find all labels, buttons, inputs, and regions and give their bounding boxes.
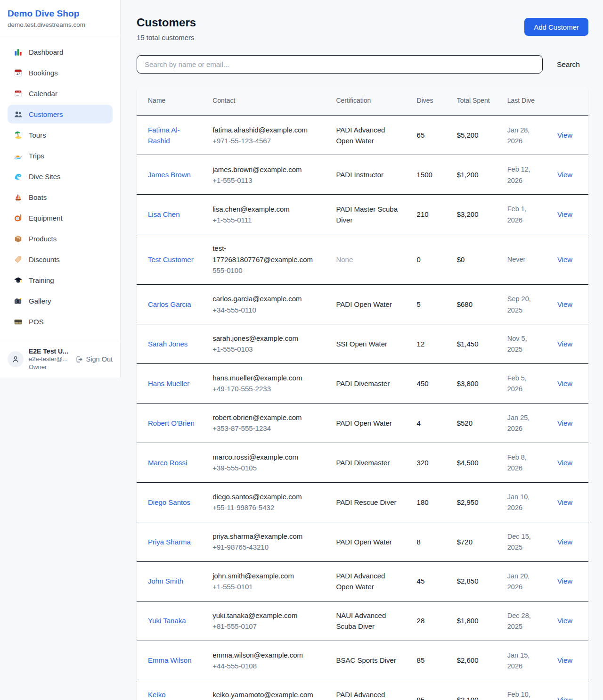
customer-name-link[interactable]: Test Customer bbox=[148, 255, 194, 264]
customer-name-link[interactable]: Carlos Garcia bbox=[148, 300, 191, 308]
customer-certification: PADI Divemaster bbox=[336, 459, 390, 467]
sidebar-item-equipment[interactable]: Equipment bbox=[8, 208, 113, 227]
view-link[interactable]: View bbox=[557, 538, 572, 546]
customer-name-link[interactable]: Keiko Yamamoto bbox=[148, 691, 181, 700]
customer-dives: 5 bbox=[417, 300, 421, 308]
table-row: Fatima Al-Rashid fatima.alrashid@example… bbox=[137, 115, 588, 155]
camera-icon bbox=[13, 296, 23, 305]
sidebar-item-dive-sites[interactable]: Dive Sites bbox=[8, 167, 113, 186]
table-row: Marco Rossi marco.rossi@example.com +39-… bbox=[137, 443, 588, 482]
table-row: Yuki Tanaka yuki.tanaka@example.com +81-… bbox=[137, 601, 588, 641]
sign-out-button[interactable]: Sign Out bbox=[75, 355, 113, 363]
add-customer-button[interactable]: Add Customer bbox=[524, 18, 588, 36]
sidebar-item-trips[interactable]: Trips bbox=[8, 146, 113, 165]
customer-certification: NAUI Advanced Scuba Diver bbox=[336, 611, 386, 630]
customer-name-link[interactable]: Emma Wilson bbox=[148, 656, 192, 664]
customer-name-link[interactable]: John Smith bbox=[148, 577, 183, 585]
customer-last-dive: Feb 5, 2026 bbox=[507, 374, 527, 393]
customer-dives: 45 bbox=[417, 577, 425, 585]
customer-total-spent: $5,200 bbox=[457, 131, 479, 139]
main-content: Customers 15 total customers Add Custome… bbox=[121, 0, 603, 700]
search-bar: Search bbox=[137, 55, 588, 74]
view-link[interactable]: View bbox=[557, 300, 572, 308]
customer-total-spent: $4,500 bbox=[457, 459, 479, 467]
customer-name-link[interactable]: Yuki Tanaka bbox=[148, 617, 186, 625]
customer-email: robert.obrien@example.com bbox=[212, 412, 321, 423]
customer-email: marco.rossi@example.com bbox=[212, 452, 321, 462]
customer-dives: 180 bbox=[417, 498, 429, 506]
customer-phone: +1-555-0103 bbox=[212, 344, 321, 354]
sidebar-item-tours[interactable]: Tours bbox=[8, 125, 113, 144]
sidebar-item-pos[interactable]: POS bbox=[8, 312, 113, 331]
column-header-contact: Contact bbox=[205, 86, 328, 115]
customer-name-link[interactable]: Sarah Jones bbox=[148, 340, 187, 348]
customer-email: keiko.yamamoto@example.com bbox=[212, 689, 321, 700]
view-link[interactable]: View bbox=[557, 577, 572, 585]
customer-dives: 95 bbox=[417, 696, 425, 700]
sidebar-item-discounts[interactable]: Discounts bbox=[8, 250, 113, 269]
sidebar-item-training[interactable]: Training bbox=[8, 271, 113, 289]
customer-total-spent: $2,100 bbox=[457, 696, 479, 700]
table-header-row: NameContactCertificationDivesTotal Spent… bbox=[137, 86, 588, 115]
customer-name-link[interactable]: Fatima Al-Rashid bbox=[148, 126, 180, 145]
table-row: Robert O'Brien robert.obrien@example.com… bbox=[137, 403, 588, 443]
view-link[interactable]: View bbox=[557, 340, 572, 348]
customer-name-link[interactable]: Lisa Chen bbox=[148, 210, 180, 218]
customer-phone: +971-55-123-4567 bbox=[212, 135, 321, 146]
sidebar-item-calendar[interactable]: Calendar bbox=[8, 84, 113, 103]
view-link[interactable]: View bbox=[557, 171, 572, 179]
wave-icon bbox=[13, 172, 23, 181]
customer-certification: PADI Rescue Diver bbox=[336, 498, 396, 506]
customer-email: lisa.chen@example.com bbox=[212, 204, 321, 214]
sidebar-item-products[interactable]: Products bbox=[8, 229, 113, 248]
customer-certification: BSAC Sports Diver bbox=[336, 656, 396, 664]
view-link[interactable]: View bbox=[557, 255, 572, 264]
customer-total-spent: $2,950 bbox=[457, 498, 479, 506]
customer-phone: +39-555-0105 bbox=[212, 462, 321, 473]
sign-out-label: Sign Out bbox=[86, 355, 113, 363]
customer-last-dive: Jan 25, 2026 bbox=[507, 414, 530, 432]
users-icon bbox=[13, 109, 23, 119]
view-link[interactable]: View bbox=[557, 696, 572, 700]
customer-last-dive: Feb 10, 2026 bbox=[507, 691, 530, 700]
customer-name-link[interactable]: Hans Mueller bbox=[148, 379, 189, 387]
customer-last-dive: Jan 20, 2026 bbox=[507, 572, 530, 591]
customer-total-spent: $3,800 bbox=[457, 379, 479, 387]
customer-certification: PADI Open Water bbox=[336, 419, 391, 427]
customer-name-link[interactable]: James Brown bbox=[148, 171, 191, 179]
customers-table-card: NameContactCertificationDivesTotal Spent… bbox=[137, 86, 588, 700]
sidebar-item-gallery[interactable]: Gallery bbox=[8, 291, 113, 310]
table-row: Lisa Chen lisa.chen@example.com +1-555-0… bbox=[137, 195, 588, 234]
sidebar-item-customers[interactable]: Customers bbox=[8, 105, 113, 124]
view-link[interactable]: View bbox=[557, 498, 572, 506]
customer-certification: PADI Open Water bbox=[336, 300, 391, 308]
view-link[interactable]: View bbox=[557, 379, 572, 387]
column-header-total-spent: Total Spent bbox=[449, 86, 500, 115]
search-input[interactable] bbox=[137, 55, 543, 74]
customer-name-link[interactable]: Robert O'Brien bbox=[148, 419, 195, 427]
view-link[interactable]: View bbox=[557, 617, 572, 625]
brand: Demo Dive Shop demo.test.divestreams.com bbox=[0, 0, 120, 36]
view-link[interactable]: View bbox=[557, 210, 572, 218]
customer-name-link[interactable]: Diego Santos bbox=[148, 498, 190, 506]
customer-name-link[interactable]: Marco Rossi bbox=[148, 459, 187, 467]
customer-last-dive: Jan 28, 2026 bbox=[507, 126, 530, 145]
sidebar-item-dashboard[interactable]: Dashboard bbox=[8, 42, 113, 61]
customer-certification: PADI Advanced Open Water bbox=[336, 691, 385, 700]
view-link[interactable]: View bbox=[557, 656, 572, 664]
search-button[interactable]: Search bbox=[557, 60, 580, 69]
table-row: Sarah Jones sarah.jones@example.com +1-5… bbox=[137, 324, 588, 364]
view-link[interactable]: View bbox=[557, 419, 572, 427]
customer-last-dive: Dec 28, 2025 bbox=[507, 612, 531, 630]
view-link[interactable]: View bbox=[557, 459, 572, 467]
table-row: Carlos Garcia carlos.garcia@example.com … bbox=[137, 285, 588, 324]
customer-name-link[interactable]: Priya Sharma bbox=[148, 538, 191, 546]
table-row: Diego Santos diego.santos@example.com +5… bbox=[137, 482, 588, 522]
sidebar-item-bookings[interactable]: 17 Bookings bbox=[8, 63, 113, 82]
customer-email: yuki.tanaka@example.com bbox=[212, 610, 321, 621]
customer-phone: +55-11-99876-5432 bbox=[212, 502, 321, 513]
sidebar-nav: Dashboard 17 Bookings Calendar Customers… bbox=[0, 36, 120, 341]
view-link[interactable]: View bbox=[557, 131, 572, 139]
customer-certification: PADI Divemaster bbox=[336, 379, 390, 387]
sidebar-item-boats[interactable]: Boats bbox=[8, 188, 113, 206]
